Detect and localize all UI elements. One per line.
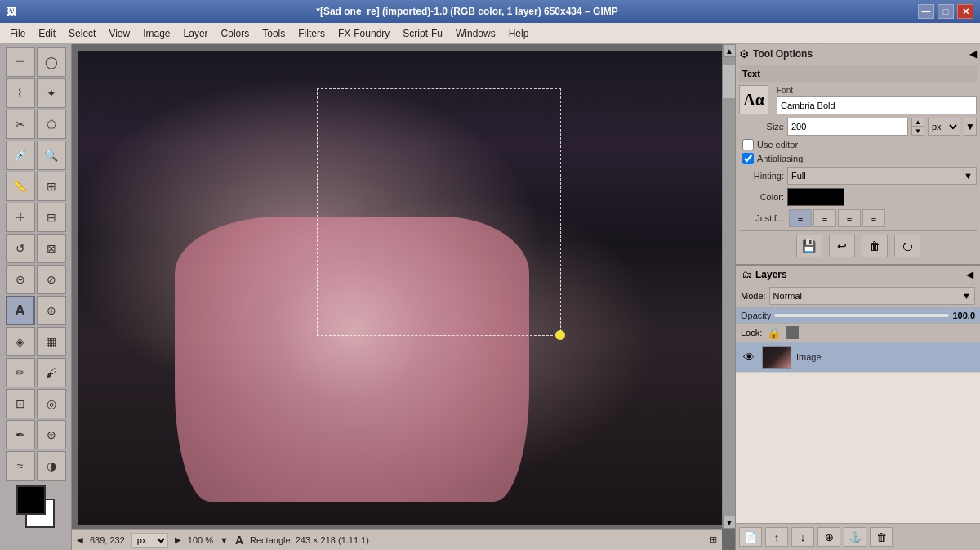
rotate-tool[interactable]: ↺ xyxy=(6,234,35,263)
menu-item-select[interactable]: Select xyxy=(62,26,102,41)
layer-thumb-image xyxy=(763,347,791,368)
anchor-layer-btn[interactable]: ⚓ xyxy=(844,527,866,547)
size-increment[interactable]: ▲ xyxy=(911,118,924,127)
menu-item-filters[interactable]: Filters xyxy=(292,26,332,41)
crop-tool[interactable]: ⊟ xyxy=(37,203,66,232)
menu-item-file[interactable]: File xyxy=(3,26,32,41)
menu-item-image[interactable]: Image xyxy=(136,26,176,41)
new-layer-btn[interactable]: 📄 xyxy=(739,527,762,547)
delete-tool-preset-btn[interactable]: 🗑 xyxy=(862,235,888,257)
ellipse-select-tool[interactable]: ◯ xyxy=(37,47,66,77)
free-select-tool[interactable]: ⌇ xyxy=(6,78,35,108)
tool-row-6: ✛ ⊟ xyxy=(2,203,69,232)
smudge-tool[interactable]: ≈ xyxy=(6,451,35,481)
vertical-scrollbar[interactable]: ▲ ▼ xyxy=(722,44,735,529)
raise-layer-btn[interactable]: ↑ xyxy=(765,527,788,547)
scroll-up-arrow[interactable]: ▲ xyxy=(723,44,735,57)
next-arrow[interactable]: ▶ xyxy=(175,535,181,544)
maximize-button[interactable]: □ xyxy=(938,4,954,19)
minimize-button[interactable]: — xyxy=(918,4,934,19)
reset-tool-btn[interactable]: ⭮ xyxy=(894,235,920,257)
justify-left-btn[interactable]: ≡ xyxy=(789,209,812,227)
justify-right-btn[interactable]: ≡ xyxy=(838,209,861,227)
airbrush-tool[interactable]: ◎ xyxy=(37,389,66,418)
close-button[interactable]: ✕ xyxy=(957,4,973,19)
tool-options-header: ⚙ Tool Options ◀ xyxy=(739,47,977,60)
scroll-down-arrow[interactable]: ▼ xyxy=(723,516,735,529)
scroll-thumb-v[interactable] xyxy=(723,65,735,98)
move-tool[interactable]: ✛ xyxy=(6,203,35,232)
size-unit-select[interactable]: px pt xyxy=(928,118,960,136)
lower-layer-btn[interactable]: ↓ xyxy=(791,527,814,547)
clone-tool[interactable]: ⊛ xyxy=(37,420,66,449)
tool-options-icon: ⚙ xyxy=(739,47,750,60)
rect-select-tool[interactable]: ▭ xyxy=(6,47,35,77)
font-input[interactable] xyxy=(777,96,977,114)
lock-label: Lock: xyxy=(741,328,762,338)
menu-item-view[interactable]: View xyxy=(102,26,136,41)
color-swatch[interactable] xyxy=(787,188,844,206)
justify-center-btn[interactable]: ≡ xyxy=(813,209,836,227)
menu-item-layer[interactable]: Layer xyxy=(177,26,215,41)
tool-row-2: ⌇ ✦ xyxy=(2,78,69,108)
use-editor-checkbox[interactable] xyxy=(742,139,754,150)
perspective-tool[interactable]: ⊘ xyxy=(37,265,66,294)
layer-item[interactable]: 👁 Image xyxy=(736,342,980,373)
size-input[interactable] xyxy=(787,118,908,136)
size-unit-dropdown[interactable]: ▼ xyxy=(964,118,977,136)
unit-select[interactable]: px in mm xyxy=(131,533,168,548)
pencil-tool[interactable]: ✏ xyxy=(6,358,35,387)
bucket-fill-tool[interactable]: ◈ xyxy=(6,327,35,356)
align-tool[interactable]: ⊞ xyxy=(37,172,66,201)
mode-dropdown[interactable]: Normal ▼ xyxy=(769,287,975,305)
color-label: Color: xyxy=(739,192,784,202)
eraser-tool[interactable]: ⊡ xyxy=(6,389,35,418)
save-tool-preset-btn[interactable]: 💾 xyxy=(796,235,822,257)
scissors-tool[interactable]: ✂ xyxy=(6,110,35,139)
justify-full-btn[interactable]: ≡ xyxy=(862,209,885,227)
menu-item-tools[interactable]: Tools xyxy=(256,26,292,41)
canvas-image[interactable] xyxy=(78,51,722,525)
lock-pixels-icon[interactable]: 🔒 xyxy=(767,326,781,339)
shear-tool[interactable]: ⊝ xyxy=(6,265,35,294)
text-tool[interactable]: A xyxy=(6,296,35,325)
layers-collapse[interactable]: ◀ xyxy=(966,269,973,280)
tool-options-collapse[interactable]: ◀ xyxy=(969,48,977,60)
tool-row-11: ✏ 🖌 xyxy=(2,358,69,387)
tool-row-10: ◈ ▦ xyxy=(2,327,69,356)
size-decrement[interactable]: ▼ xyxy=(911,127,924,136)
restore-tool-preset-btn[interactable]: ↩ xyxy=(829,235,855,257)
menu-item-windows[interactable]: Windows xyxy=(449,26,502,41)
layer-visibility[interactable]: 👁 xyxy=(741,349,757,365)
resize-handle[interactable]: ⊞ xyxy=(710,534,717,545)
menu-item-edit[interactable]: Edit xyxy=(32,26,62,41)
fuzzy-select-tool[interactable]: ✦ xyxy=(37,78,66,108)
opacity-track[interactable] xyxy=(774,314,949,317)
menu-item-fx-foundry[interactable]: FX-Foundry xyxy=(332,26,396,41)
prev-arrow[interactable]: ◀ xyxy=(77,535,83,544)
layers-header: 🗂 Layers ◀ xyxy=(736,266,980,284)
lock-alpha-icon[interactable] xyxy=(786,326,799,339)
blend-tool[interactable]: ▦ xyxy=(37,327,66,356)
paintbrush-tool[interactable]: 🖌 xyxy=(37,358,66,387)
scroll-track-v[interactable] xyxy=(723,57,735,516)
duplicate-layer-btn[interactable]: ⊕ xyxy=(817,527,840,547)
antialiasing-checkbox[interactable] xyxy=(742,153,754,164)
foreground-color[interactable] xyxy=(16,485,46,515)
scale-tool[interactable]: ⊠ xyxy=(37,234,66,263)
hinting-dropdown[interactable]: Full ▼ xyxy=(787,167,977,185)
path-tool[interactable]: ⬠ xyxy=(37,110,66,139)
status-bar: ◀ 639, 232 px in mm ▶ 100 % ▼ A Rectangl… xyxy=(72,529,722,550)
dodge-burn-tool[interactable]: ◑ xyxy=(37,451,66,481)
menu-item-script-fu[interactable]: Script-Fu xyxy=(396,26,449,41)
heal-tool[interactable]: ⊕ xyxy=(37,296,66,325)
measure-tool[interactable]: 📏 xyxy=(6,172,35,201)
delete-layer-btn[interactable]: 🗑 xyxy=(870,527,893,547)
menu-item-help[interactable]: Help xyxy=(502,26,536,41)
zoom-tool[interactable]: 🔍 xyxy=(37,141,66,170)
color-picker-tool[interactable]: 💉 xyxy=(6,141,35,170)
zoom-dropdown[interactable]: ▼ xyxy=(220,535,229,545)
menu-item-colors[interactable]: Colors xyxy=(215,26,256,41)
tool-row-3: ✂ ⬠ xyxy=(2,110,69,139)
ink-tool[interactable]: ✒ xyxy=(6,420,35,449)
